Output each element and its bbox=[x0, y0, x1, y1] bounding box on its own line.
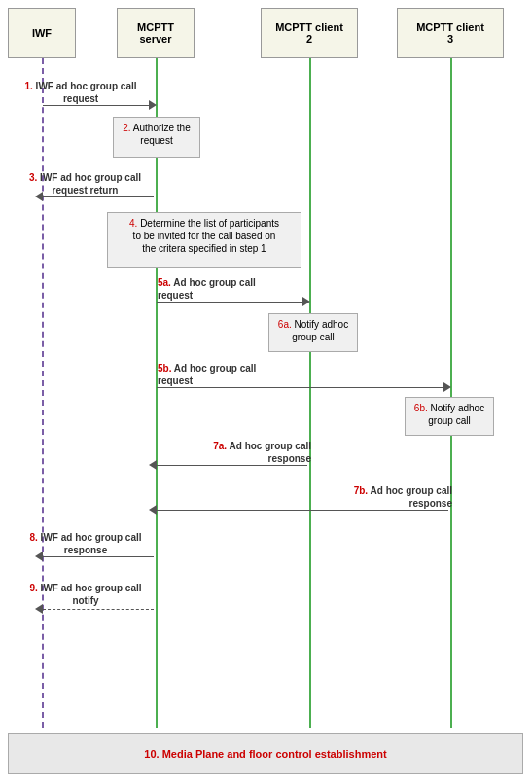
participant-mcptt-client2: MCPTT client2 bbox=[261, 8, 358, 58]
step3-arrowhead bbox=[35, 192, 43, 201]
step5a-arrow bbox=[157, 302, 307, 303]
step7a-arrowhead bbox=[149, 460, 157, 470]
step1-label: 1. IWF ad hoc group callrequest bbox=[8, 80, 154, 105]
step4-box: 4. Determine the list of participantsto … bbox=[107, 212, 301, 268]
step7b-arrowhead bbox=[149, 505, 157, 515]
step5b-arrow bbox=[157, 387, 448, 388]
step9-label: 9. IWF ad hoc group callnotify bbox=[8, 582, 163, 607]
step9-arrowhead bbox=[35, 604, 43, 614]
sequence-diagram: IWF MCPTTserver MCPTT client2 MCPTT clie… bbox=[0, 0, 532, 784]
step1-arrowhead bbox=[149, 100, 157, 110]
step10-box: 10. Media Plane and floor control establ… bbox=[8, 733, 523, 774]
step3-label: 3. IWF ad hoc group callrequest return bbox=[10, 171, 160, 196]
step9-arrow bbox=[43, 609, 154, 610]
step5a-arrowhead bbox=[302, 297, 310, 306]
step5a-label: 5a. Ad hoc group callrequest bbox=[158, 276, 299, 302]
lifeline-mcptt-server bbox=[156, 58, 158, 728]
lifeline-iwf bbox=[42, 58, 44, 728]
step8-label: 8. IWF ad hoc group callresponse bbox=[8, 531, 163, 556]
step8-arrow bbox=[43, 556, 154, 557]
step5b-arrowhead bbox=[443, 382, 451, 392]
step6b-box: 6b. Notify adhocgroup call bbox=[405, 397, 494, 436]
step8-arrowhead bbox=[35, 552, 43, 561]
step1-arrow bbox=[43, 105, 154, 106]
step7b-arrow bbox=[157, 510, 448, 511]
step7a-arrow bbox=[157, 465, 307, 466]
step10-label: 10. Media Plane and floor control establ… bbox=[144, 748, 386, 760]
participant-mcptt-server: MCPTTserver bbox=[117, 8, 195, 58]
step3-arrow bbox=[43, 196, 154, 197]
step6a-box: 6a. Notify adhocgroup call bbox=[268, 313, 358, 352]
step2-box: 2. Authorize therequest bbox=[113, 117, 200, 158]
participant-mcptt-client3: MCPTT client3 bbox=[397, 8, 504, 58]
participant-iwf: IWF bbox=[8, 8, 76, 58]
step5b-label: 5b. Ad hoc group callrequest bbox=[158, 362, 299, 387]
step7b-label: 7b. Ad hoc group callresponse bbox=[301, 484, 452, 510]
step7a-label: 7a. Ad hoc group callresponse bbox=[158, 440, 311, 465]
lifeline-client3 bbox=[450, 58, 452, 728]
lifeline-client2 bbox=[309, 58, 311, 728]
